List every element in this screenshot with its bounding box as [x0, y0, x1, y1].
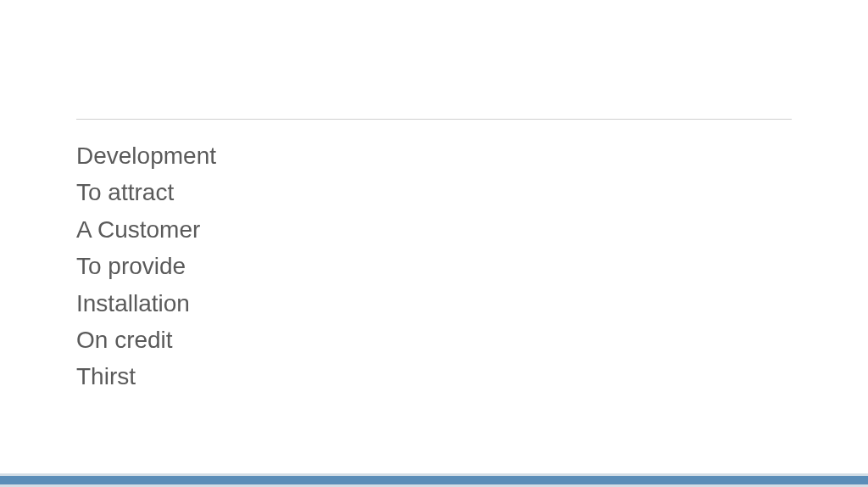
list-item: Installation: [76, 285, 792, 322]
list-item: Thirst: [76, 358, 792, 395]
content-area: Development To attract A Customer To pro…: [76, 119, 792, 395]
footer-bar-accent: [0, 476, 868, 484]
text-list: Development To attract A Customer To pro…: [76, 137, 792, 395]
list-item: On credit: [76, 322, 792, 358]
list-item: A Customer: [76, 211, 792, 248]
list-item: To attract: [76, 174, 792, 210]
list-item: Development: [76, 137, 792, 174]
list-item: To provide: [76, 248, 792, 284]
